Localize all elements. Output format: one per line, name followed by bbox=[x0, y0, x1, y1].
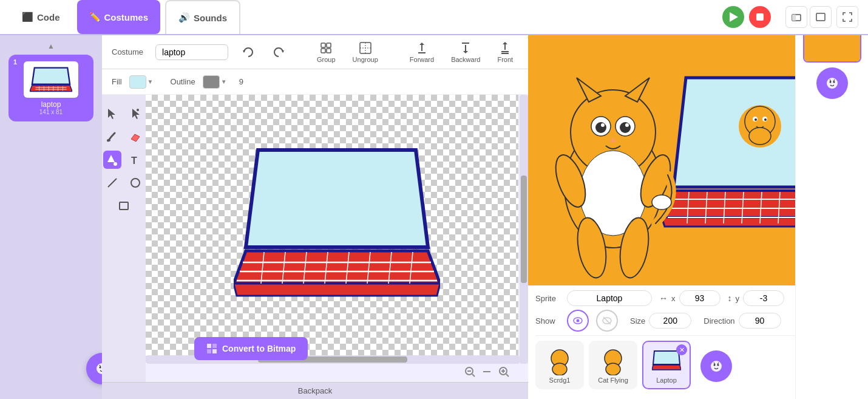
green-flag-button[interactable] bbox=[722, 6, 744, 28]
eraser-tool-button[interactable] bbox=[126, 128, 144, 146]
add-sprite-button[interactable] bbox=[700, 350, 732, 382]
svg-rect-66 bbox=[207, 344, 211, 348]
svg-point-124 bbox=[606, 363, 620, 375]
sounds-icon: 🔊 bbox=[178, 12, 190, 23]
ungroup-button[interactable]: Ungroup bbox=[349, 39, 382, 66]
rotate-left-button[interactable] bbox=[238, 43, 259, 61]
outline-color-box[interactable] bbox=[203, 75, 220, 89]
svg-line-71 bbox=[472, 374, 475, 377]
sprite-delete-button[interactable]: ✕ bbox=[676, 344, 687, 355]
y-input[interactable] bbox=[743, 290, 784, 306]
sprite-card-cat-flying[interactable]: Cat Flying bbox=[589, 341, 637, 389]
svg-rect-69 bbox=[212, 349, 217, 353]
rectangle-tool-button[interactable] bbox=[115, 197, 133, 215]
sprite-name-input[interactable] bbox=[567, 290, 652, 306]
tab-sounds-label: Sounds bbox=[194, 13, 227, 23]
outline-swatch[interactable]: ▼ bbox=[203, 75, 227, 89]
large-stage-button[interactable] bbox=[810, 6, 832, 28]
outline-dropdown-arrow[interactable]: ▼ bbox=[221, 78, 227, 85]
front-button[interactable]: Front bbox=[493, 39, 517, 66]
fill-label: Fill bbox=[112, 77, 122, 86]
costume-list: ▲ 1 bbox=[0, 35, 102, 399]
sprite-card-image bbox=[598, 346, 628, 375]
vertical-scrollbar-thumb[interactable] bbox=[521, 176, 527, 283]
code-icon: ⬛ bbox=[22, 12, 33, 22]
svg-point-109 bbox=[625, 123, 629, 127]
y-coord-group: ↕ y bbox=[728, 290, 785, 306]
fill-tool-button[interactable] bbox=[103, 151, 121, 169]
vertical-scrollbar[interactable] bbox=[520, 95, 528, 364]
fill-swatch[interactable]: ▼ bbox=[129, 75, 154, 89]
costumes-icon: ✏️ bbox=[89, 12, 101, 22]
fill-dropdown-arrow[interactable]: ▼ bbox=[147, 78, 154, 85]
zoom-out-button[interactable] bbox=[464, 366, 476, 381]
svg-marker-125 bbox=[653, 351, 680, 364]
tab-sounds[interactable]: 🔊 Sounds bbox=[165, 0, 240, 34]
svg-marker-126 bbox=[652, 365, 681, 370]
svg-point-108 bbox=[601, 123, 605, 127]
ungroup-label: Ungroup bbox=[353, 56, 378, 63]
show-visible-button[interactable] bbox=[567, 310, 589, 332]
group-button[interactable]: Group bbox=[313, 39, 339, 66]
direction-input[interactable] bbox=[739, 313, 781, 329]
svg-marker-54 bbox=[234, 284, 440, 296]
backpack-bar[interactable]: Backpack bbox=[102, 382, 528, 399]
line-tool-button[interactable] bbox=[103, 174, 121, 192]
small-stage-button[interactable] bbox=[785, 6, 807, 28]
svg-marker-53 bbox=[234, 251, 440, 284]
y-icon: ↕ bbox=[728, 293, 732, 303]
rotate-right-button[interactable] bbox=[268, 43, 289, 61]
svg-marker-33 bbox=[463, 51, 468, 53]
svg-marker-0 bbox=[730, 12, 738, 22]
circle-tool-button[interactable] bbox=[126, 174, 144, 192]
x-coord-group: ↔ x bbox=[659, 290, 721, 306]
costume-item[interactable]: 1 laptop bbox=[8, 55, 93, 121]
sprite-card-laptop[interactable]: ✕ Laptop bbox=[642, 341, 691, 389]
svg-line-75 bbox=[506, 374, 509, 377]
front-label: Front bbox=[497, 56, 513, 63]
eye-slash-icon bbox=[602, 315, 612, 326]
show-hidden-button[interactable] bbox=[596, 310, 618, 332]
select-tool-button[interactable] bbox=[103, 104, 121, 123]
laptop-illustration bbox=[234, 144, 440, 302]
costume-number: 1 bbox=[13, 58, 17, 66]
x-input[interactable] bbox=[679, 290, 721, 306]
sprite-card-3-label: Laptop bbox=[656, 377, 677, 384]
add-backdrop-button[interactable] bbox=[816, 67, 848, 99]
sprite-card-scrdg1[interactable]: Scrdg1 bbox=[535, 341, 584, 389]
sprite-card-1-label: Scrdg1 bbox=[549, 377, 571, 384]
svg-marker-52 bbox=[246, 150, 428, 247]
forward-button[interactable]: Forward bbox=[406, 39, 438, 66]
drawing-canvas[interactable]: Convert to Bitmap bbox=[146, 95, 528, 382]
direction-label: Direction bbox=[704, 316, 734, 326]
fill-color-box[interactable] bbox=[129, 75, 146, 89]
add-costume-button[interactable] bbox=[86, 353, 102, 384]
outline-value: 9 bbox=[239, 77, 243, 86]
x-label: x bbox=[671, 294, 676, 303]
backward-button[interactable]: Backward bbox=[447, 39, 484, 66]
fullscreen-button[interactable] bbox=[836, 6, 858, 28]
stop-button[interactable] bbox=[749, 6, 771, 28]
canvas-bottom-controls bbox=[146, 364, 520, 382]
svg-line-49 bbox=[108, 179, 117, 187]
backward-label: Backward bbox=[451, 56, 480, 63]
reshape-tool-button[interactable] bbox=[126, 104, 144, 123]
costume-name-input[interactable] bbox=[155, 44, 228, 60]
zoom-reset-button[interactable] bbox=[481, 366, 493, 381]
costume-preview-image bbox=[30, 64, 72, 95]
tab-costumes[interactable]: ✏️ Costumes bbox=[77, 0, 161, 34]
svg-marker-6 bbox=[30, 85, 72, 91]
text-tool-button[interactable]: T bbox=[126, 151, 144, 169]
tab-code[interactable]: ⬛ Code bbox=[10, 0, 72, 34]
forward-label: Forward bbox=[410, 56, 434, 63]
group-label: Group bbox=[317, 56, 336, 63]
costume-field-label: Costume bbox=[112, 47, 143, 56]
size-input[interactable] bbox=[649, 313, 691, 329]
stage-thumbnail[interactable] bbox=[803, 35, 861, 63]
sprite-card-image bbox=[545, 346, 574, 375]
zoom-in-button[interactable] bbox=[498, 366, 510, 381]
stage-panel: Stage bbox=[795, 35, 868, 399]
cat-icon bbox=[93, 360, 102, 377]
convert-to-bitmap-button[interactable]: Convert to Bitmap bbox=[194, 337, 308, 360]
brush-tool-button[interactable] bbox=[103, 128, 121, 146]
